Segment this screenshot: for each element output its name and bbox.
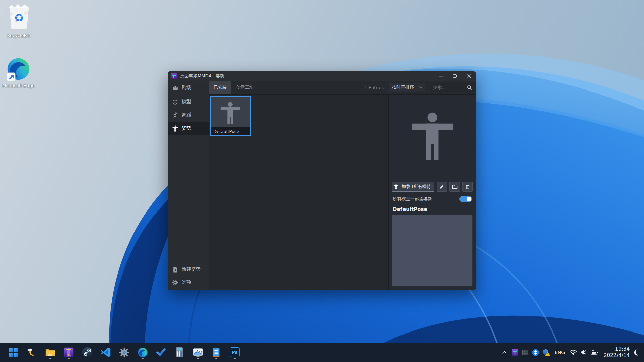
chevron-down-icon <box>419 86 422 88</box>
taskbar-notepad[interactable] <box>210 344 223 360</box>
taskbar-start-button[interactable] <box>7 344 20 360</box>
notepad-icon <box>211 347 221 358</box>
windows-start-icon <box>8 347 19 358</box>
chevron-up-icon <box>501 350 507 355</box>
pose-tile-label: DefaultPose <box>211 127 250 135</box>
pose-grid: DefaultPose <box>209 95 388 290</box>
taskbar-todo[interactable] <box>154 344 168 360</box>
sidebar: 剧场 模型 舞蹈 <box>168 81 209 290</box>
running-indicator <box>142 358 144 359</box>
new-pose-file-icon <box>172 266 178 273</box>
sidebar-item-label: 剧场 <box>182 85 191 91</box>
tray-tablet-grid[interactable] <box>522 346 529 359</box>
tray-mmd-app[interactable] <box>511 346 519 359</box>
sidebar-item-model[interactable]: 模型 <box>168 95 209 108</box>
tab-installed[interactable]: 已安装 <box>209 81 231 94</box>
window-titlebar[interactable]: 桌面萌娘MMD4 - 姿势 <box>168 71 476 81</box>
task-manager-icon <box>192 347 204 357</box>
desktop-icon-recycle-bin[interactable]: ♻ RecycleBin <box>2 3 37 38</box>
system-tray: ENG 19:34 <box>501 343 644 362</box>
steam-icon <box>82 347 93 358</box>
minimize-icon <box>439 74 443 78</box>
taskbar-calculator[interactable] <box>173 344 186 360</box>
theater-icon <box>172 84 178 91</box>
sidebar-item-new-pose[interactable]: 新建姿势 <box>168 263 209 276</box>
desktop-icon-microsoft-edge[interactable]: Microsoft Edge <box>1 56 36 88</box>
tray-language[interactable]: ENG <box>553 346 566 359</box>
tray-bluetooth[interactable] <box>532 346 539 359</box>
toolbar: 已安装 创意工坊 1 Entries 按时间排序 <box>209 81 476 95</box>
tray-time: 19:34 <box>604 346 630 352</box>
pose-tile-defaultpose[interactable]: DefaultPose <box>210 96 251 136</box>
mmd-app-icon <box>511 349 519 356</box>
sidebar-item-label: 姿势 <box>182 125 191 131</box>
calculator-icon <box>174 347 184 358</box>
tray-night-mode[interactable] <box>633 346 640 359</box>
delete-trash-icon <box>465 184 470 189</box>
minimize-button[interactable] <box>434 71 448 81</box>
volume-speaker-icon <box>580 349 587 355</box>
sidebar-item-label: 舞蹈 <box>182 112 191 118</box>
pose-detail-title: DefaultPose <box>393 206 472 213</box>
sidebar-item-pose[interactable]: 姿势 <box>168 122 209 135</box>
tab-workshop[interactable]: 创意工坊 <box>231 81 258 94</box>
tpose-person-icon <box>394 184 398 189</box>
tray-chevron-up-button[interactable] <box>501 346 508 359</box>
pose-together-toggle[interactable] <box>459 196 472 202</box>
tray-battery[interactable] <box>590 346 599 359</box>
running-indicator <box>68 358 70 359</box>
taskbar-edge[interactable] <box>136 344 149 360</box>
load-pose-button-label: 加载 [所有模特] <box>401 184 432 190</box>
todo-check-icon <box>156 347 166 358</box>
sidebar-item-label: 模型 <box>182 99 191 105</box>
battery-charging-icon <box>590 349 599 356</box>
maximize-icon <box>453 74 457 78</box>
window-title: 桌面萌娘MMD4 - 姿势 <box>180 73 224 79</box>
taskbar-task-manager[interactable] <box>191 344 205 360</box>
vscode-icon <box>100 347 111 358</box>
mmd-app-icon <box>63 347 74 358</box>
app-window-icon <box>171 73 177 79</box>
edit-pose-button[interactable] <box>437 182 447 192</box>
tray-wifi[interactable] <box>569 346 577 359</box>
entries-count: 1 Entries <box>364 85 384 90</box>
taskbar-steam[interactable] <box>80 344 94 360</box>
sidebar-item-label: 选项 <box>182 279 191 285</box>
photoshop-icon: Ps <box>229 347 240 358</box>
sidebar-item-theater[interactable]: 剧场 <box>168 81 209 95</box>
tablet-grid-icon <box>522 349 528 356</box>
taskbar-vscode[interactable] <box>99 344 112 360</box>
tray-clock[interactable]: 19:34 2022/4/14 <box>602 346 630 359</box>
taskbar-photoshop[interactable]: Ps <box>228 344 241 360</box>
taskbar-widgets-button[interactable] <box>25 344 39 360</box>
taskbar-settings[interactable] <box>117 344 131 360</box>
settings-gear-icon <box>119 347 130 358</box>
sort-dropdown[interactable]: 按时间排序 <box>389 83 425 92</box>
svg-text:♻: ♻ <box>14 11 24 24</box>
maximize-button[interactable] <box>448 71 462 81</box>
bluetooth-icon <box>532 349 539 356</box>
open-folder-button[interactable] <box>449 182 460 192</box>
gear-icon <box>172 279 178 286</box>
pose-person-icon <box>172 125 178 132</box>
edit-pencil-icon <box>439 184 444 189</box>
desktop-icon-label: Microsoft Edge <box>2 83 35 88</box>
load-pose-button[interactable]: 加载 [所有模特] <box>392 182 434 192</box>
running-indicator <box>234 358 236 359</box>
close-button[interactable] <box>462 71 476 81</box>
tray-security-shield[interactable] <box>542 346 550 359</box>
sidebar-item-dance[interactable]: 舞蹈 <box>168 108 209 122</box>
search-input[interactable] <box>433 85 467 90</box>
close-icon <box>467 74 471 78</box>
delete-pose-button[interactable] <box>462 182 473 192</box>
pose-together-toggle-label: 所有模型一起摆姿势 <box>393 196 432 202</box>
security-shield-warning-icon <box>542 349 550 356</box>
taskbar-file-explorer[interactable] <box>44 344 57 360</box>
search-box <box>430 83 474 92</box>
sidebar-item-options[interactable]: 选项 <box>168 276 209 289</box>
running-indicator <box>49 358 52 359</box>
search-icon[interactable] <box>467 85 472 90</box>
tray-volume[interactable] <box>580 346 587 359</box>
night-mode-moon-icon <box>633 349 640 356</box>
taskbar-mmd-app[interactable] <box>62 344 75 360</box>
